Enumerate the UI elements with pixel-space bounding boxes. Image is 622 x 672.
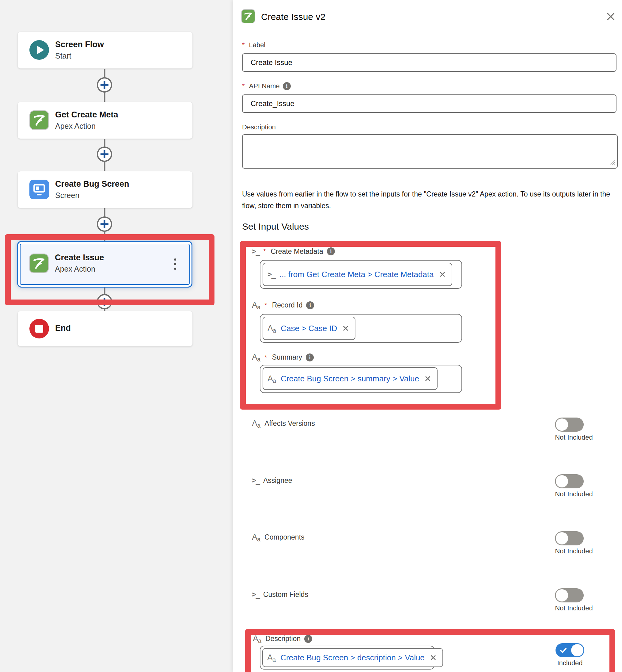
required-asterisk: *: [242, 41, 245, 49]
label-field-label: * Label: [242, 41, 265, 49]
resource-pill-create-metadata[interactable]: >_ ... from Get Create Meta > Create Met…: [263, 263, 452, 286]
zephyr-icon: [29, 254, 49, 273]
play-icon: [29, 40, 49, 60]
end-icon: [29, 319, 49, 338]
toggle-state-label: Not Included: [548, 434, 600, 441]
screen-icon: [29, 180, 49, 199]
plus-icon: [97, 77, 112, 93]
input-row-label-custom-fields: >_ Custom Fields: [252, 590, 308, 599]
input-row-label-components: Aa Components: [252, 533, 305, 541]
flow-node-end[interactable]: End: [18, 311, 193, 346]
toggle-state-label: Not Included: [548, 547, 600, 555]
plus-icon: [97, 146, 112, 162]
close-icon[interactable]: [604, 10, 617, 23]
zephyr-icon: [29, 110, 49, 130]
check-icon: [559, 646, 567, 654]
apex-type-icon: >_: [252, 590, 260, 599]
input-row-label-summary: Aa * Summary i: [252, 353, 314, 362]
required-asterisk: *: [265, 354, 267, 362]
apex-type-icon: >_: [268, 270, 275, 279]
toggle-state-label: Included: [544, 659, 596, 667]
text-type-icon: Aa: [268, 324, 276, 333]
input-row-label-record-id: Aa * Record Id i: [252, 301, 314, 309]
input-row-label-assignee: >_ Assignee: [252, 476, 292, 485]
node-subtitle: Apex Action: [55, 265, 95, 273]
input-row-label-create-metadata: >_ * Create Metadata i: [252, 247, 335, 256]
text-type-icon: Aa: [252, 533, 261, 541]
toggle-assignee[interactable]: [555, 474, 584, 489]
text-type-icon: Aa: [252, 301, 261, 309]
remove-value-icon[interactable]: [429, 653, 438, 662]
node-subtitle: Screen: [55, 191, 79, 200]
node-title: Screen Flow: [55, 40, 104, 49]
toggle-description[interactable]: [555, 643, 584, 657]
config-panel: Create Issue v2 * Label * API Name i Des…: [233, 0, 622, 672]
api-name-input[interactable]: [242, 94, 617, 113]
add-element-button-2[interactable]: [97, 146, 112, 162]
zephyr-icon: [241, 9, 255, 25]
node-menu-button[interactable]: [173, 257, 177, 271]
text-type-icon: Aa: [268, 375, 276, 383]
toggle-affects-versions[interactable]: [555, 417, 584, 432]
help-text: Use values from earlier in the flow to s…: [242, 188, 618, 211]
plus-icon: [97, 216, 112, 232]
node-title: Create Bug Screen: [55, 179, 129, 189]
info-icon[interactable]: i: [306, 301, 314, 309]
text-type-icon: Aa: [267, 653, 276, 662]
add-element-button-3[interactable]: [97, 216, 112, 232]
header-divider: [233, 31, 622, 31]
node-subtitle: Apex Action: [55, 122, 96, 131]
remove-value-icon[interactable]: [423, 374, 432, 383]
node-title: End: [55, 324, 71, 333]
flow-builder: Screen Flow Start Get Create Meta Apex A…: [0, 0, 622, 672]
section-heading: Set Input Values: [242, 221, 309, 232]
flow-canvas: Screen Flow Start Get Create Meta Apex A…: [0, 0, 233, 672]
toggle-state-label: Not Included: [548, 490, 600, 498]
info-icon[interactable]: i: [304, 635, 312, 643]
text-type-icon: Aa: [253, 635, 262, 643]
flow-node-create-bug-screen[interactable]: Create Bug Screen Screen: [18, 171, 193, 208]
required-asterisk: *: [242, 82, 245, 90]
resize-grip-icon[interactable]: [610, 159, 616, 166]
resource-pill-record-id[interactable]: Aa Case > Case ID: [263, 317, 355, 340]
plus-icon: [97, 294, 112, 310]
required-asterisk: *: [265, 301, 267, 309]
add-element-button-1[interactable]: [97, 77, 112, 93]
info-icon[interactable]: i: [306, 354, 314, 362]
flow-node-get-create-meta[interactable]: Get Create Meta Apex Action: [18, 102, 193, 139]
text-type-icon: Aa: [252, 419, 261, 428]
kebab-icon: [174, 259, 176, 261]
apex-type-icon: >_: [252, 247, 260, 256]
resource-pill-description[interactable]: Aa Create Bug Screen > description > Val…: [262, 648, 443, 667]
toggle-custom-fields[interactable]: [555, 588, 584, 602]
label-input[interactable]: [242, 53, 617, 72]
description-field-label: Description: [242, 123, 276, 131]
node-title: Get Create Meta: [55, 110, 118, 120]
node-subtitle: Start: [55, 52, 71, 60]
node-title: Create Issue: [55, 253, 104, 262]
info-icon[interactable]: i: [327, 247, 335, 256]
text-type-icon: Aa: [252, 353, 261, 362]
input-row-label-affects-versions: Aa Affects Versions: [252, 419, 315, 428]
flow-node-create-issue-selected[interactable]: Create Issue Apex Action: [17, 241, 193, 288]
info-icon[interactable]: i: [283, 82, 291, 90]
remove-value-icon[interactable]: [438, 270, 447, 279]
api-name-field-label: * API Name i: [242, 82, 291, 90]
toggle-components[interactable]: [555, 531, 584, 545]
add-element-button-4[interactable]: [97, 294, 112, 310]
toggle-state-label: Not Included: [548, 604, 600, 612]
resource-pill-summary[interactable]: Aa Create Bug Screen > summary > Value: [263, 367, 438, 390]
flow-node-start[interactable]: Screen Flow Start: [18, 32, 193, 69]
description-textarea[interactable]: [242, 134, 618, 169]
input-row-label-description: Aa Description i: [253, 635, 312, 643]
panel-title: Create Issue v2: [261, 12, 325, 22]
apex-type-icon: >_: [252, 476, 260, 485]
required-asterisk: *: [263, 247, 266, 256]
remove-value-icon[interactable]: [341, 324, 350, 333]
